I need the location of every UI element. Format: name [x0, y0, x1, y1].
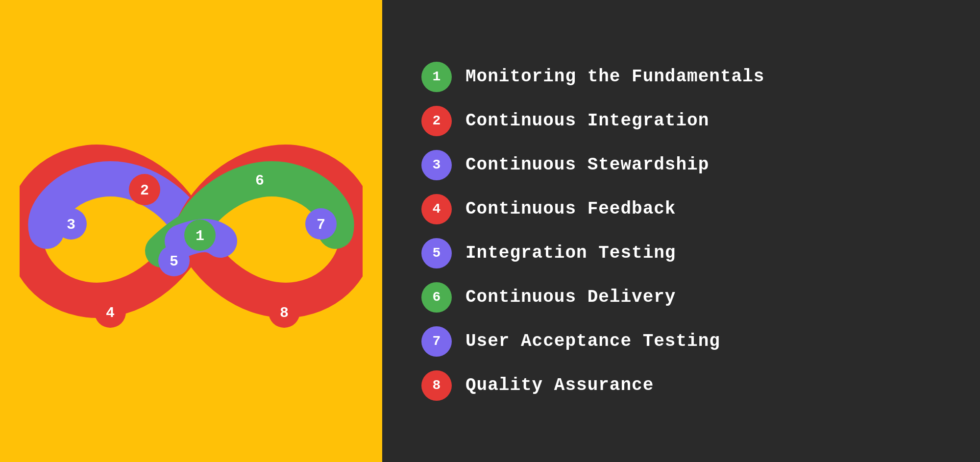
legend-label-7: User Acceptance Testing — [466, 331, 720, 351]
svg-text:4: 4 — [106, 305, 115, 321]
legend-label-3: Continuous Stewardship — [466, 155, 709, 175]
right-panel: 1Monitoring the Fundamentals2Continuous … — [382, 0, 980, 462]
svg-text:2: 2 — [140, 182, 149, 199]
legend-item-1: 1Monitoring the Fundamentals — [421, 62, 764, 92]
legend-badge-2: 2 — [421, 106, 452, 136]
legend-label-5: Integration Testing — [466, 243, 676, 263]
legend-item-2: 2Continuous Integration — [421, 106, 764, 136]
legend-badge-3: 3 — [421, 150, 452, 180]
svg-text:6: 6 — [255, 172, 264, 189]
legend-list: 1Monitoring the Fundamentals2Continuous … — [421, 62, 764, 401]
legend-label-8: Quality Assurance — [466, 375, 654, 395]
legend-label-2: Continuous Integration — [466, 111, 709, 131]
legend-label-4: Continuous Feedback — [466, 199, 676, 219]
legend-label-1: Monitoring the Fundamentals — [466, 67, 764, 87]
legend-badge-8: 8 — [421, 370, 452, 401]
svg-text:5: 5 — [170, 253, 178, 270]
legend-item-4: 4Continuous Feedback — [421, 194, 764, 224]
svg-text:8: 8 — [280, 305, 289, 321]
legend-item-8: 8Quality Assurance — [421, 370, 764, 401]
legend-label-6: Continuous Delivery — [466, 287, 676, 307]
legend-badge-7: 7 — [421, 326, 452, 357]
legend-item-7: 7User Acceptance Testing — [421, 326, 764, 357]
legend-badge-6: 6 — [421, 282, 452, 313]
infinity-diagram: 1 2 3 4 5 6 7 8 — [20, 60, 363, 403]
legend-badge-4: 4 — [421, 194, 452, 224]
svg-text:3: 3 — [67, 217, 75, 233]
legend-badge-5: 5 — [421, 238, 452, 268]
legend-badge-1: 1 — [421, 62, 452, 92]
svg-text:1: 1 — [196, 228, 204, 244]
legend-item-5: 5Integration Testing — [421, 238, 764, 268]
legend-item-3: 3Continuous Stewardship — [421, 150, 764, 180]
left-panel: 1 2 3 4 5 6 7 8 — [0, 0, 382, 462]
legend-item-6: 6Continuous Delivery — [421, 282, 764, 313]
svg-text:7: 7 — [317, 217, 325, 233]
